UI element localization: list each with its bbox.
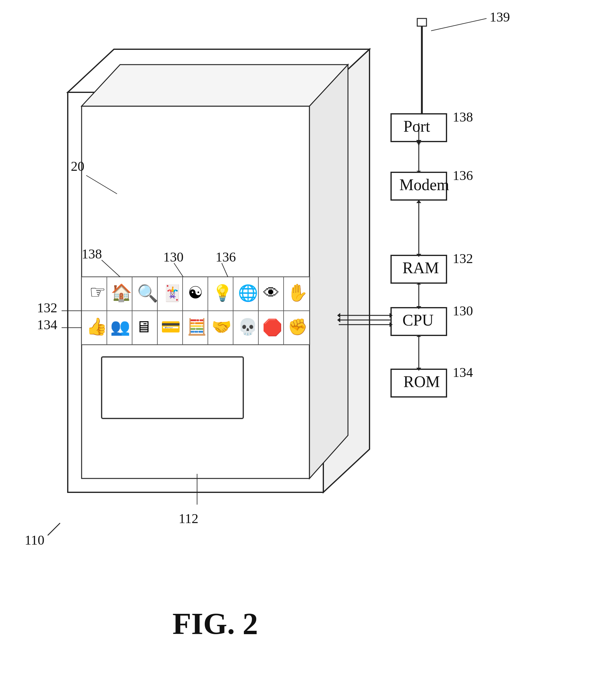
rom-label-text: ROM	[403, 373, 440, 391]
svg-text:🏠: 🏠	[111, 283, 132, 303]
label-139: 139	[489, 9, 510, 25]
svg-text:💳: 💳	[161, 317, 181, 336]
svg-text:👍: 👍	[86, 317, 107, 336]
svg-marker-5	[309, 65, 348, 478]
label-130-cpu: 130	[453, 303, 473, 319]
cpu-label-text: CPU	[403, 311, 434, 329]
svg-text:🔍: 🔍	[137, 283, 158, 303]
svg-text:☞: ☞	[89, 282, 106, 302]
svg-text:🖥: 🖥	[136, 318, 151, 336]
svg-text:🃏: 🃏	[162, 283, 182, 302]
label-134-rom: 134	[453, 365, 473, 380]
svg-text:💀: 💀	[238, 317, 258, 336]
svg-text:👁: 👁	[263, 284, 279, 302]
label-132-ram: 132	[453, 251, 473, 266]
label-112: 112	[178, 511, 198, 526]
label-138-icon: 138	[81, 247, 102, 261]
label-136-icon: 136	[216, 250, 236, 265]
svg-text:☯: ☯	[188, 283, 203, 302]
label-136-modem: 136	[453, 168, 473, 183]
svg-text:💡: 💡	[213, 283, 233, 302]
diagram-container: ☞ 🏠 🔍 🃏 ☯ 💡 🌐 👁 ✋ 👍 👥 🖥 💳 🧮 🤝 💀 🛑	[0, 0, 598, 700]
ram-label-text: RAM	[403, 259, 439, 277]
svg-line-73	[431, 19, 486, 31]
svg-rect-46	[417, 19, 427, 26]
svg-text:✋: ✋	[287, 283, 308, 303]
svg-text:✊: ✊	[288, 317, 308, 336]
port-label-text: Port	[403, 118, 430, 135]
label-134-icon: 134	[37, 317, 57, 332]
label-130-icon: 130	[163, 250, 184, 265]
svg-text:🌐: 🌐	[238, 283, 258, 302]
label-20: 20	[71, 159, 85, 174]
label-132-icon: 132	[37, 300, 57, 316]
svg-text:👥: 👥	[110, 317, 130, 336]
figure-title: FIG. 2	[172, 606, 258, 641]
svg-text:🤝: 🤝	[212, 317, 232, 336]
svg-text:🛑: 🛑	[262, 318, 282, 337]
label-110: 110	[25, 533, 44, 548]
svg-line-81	[48, 523, 60, 535]
svg-rect-43	[102, 357, 243, 419]
svg-marker-4	[81, 65, 348, 106]
modem-label-text: Modem	[399, 176, 449, 194]
svg-text:🧮: 🧮	[187, 317, 207, 336]
label-138-port: 138	[453, 109, 473, 125]
